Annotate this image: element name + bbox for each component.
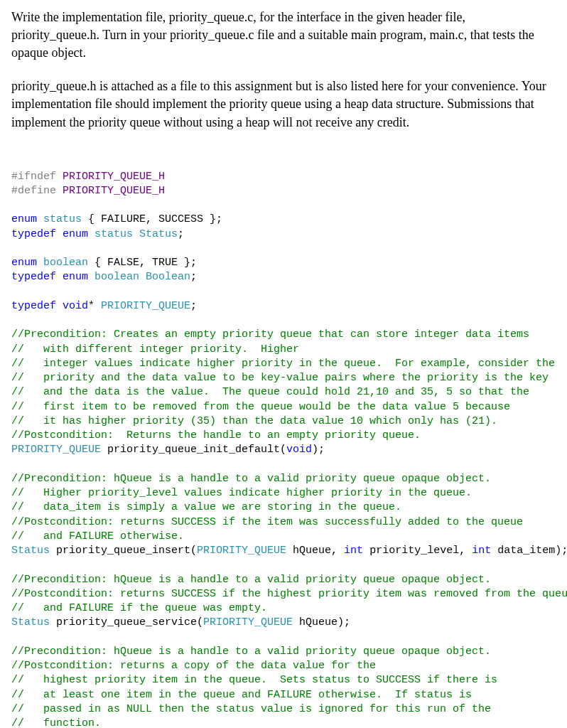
fn-init-name: priority_queue_init_default(	[101, 444, 286, 456]
comment-insert-5: // and FAILURE otherwise.	[11, 530, 184, 542]
param-type-pq: PRIORITY_QUEUE	[197, 545, 286, 557]
enum-boolean-body: { FALSE, TRUE };	[88, 257, 197, 269]
comment-front-5: // passed in as NULL then the status val…	[11, 703, 491, 715]
assignment-prose: Write the implementation file, priority_…	[11, 9, 556, 132]
preproc-ifndef: #ifndef	[11, 171, 56, 183]
comment-front-4: // at least one item in the queue and FA…	[11, 689, 472, 701]
prose-paragraph-1: Write the implementation file, priority_…	[11, 9, 556, 63]
keyword-enum: enum	[63, 228, 88, 240]
return-type-Status: Status	[11, 545, 50, 557]
return-type-pq: PRIORITY_QUEUE	[11, 444, 101, 456]
comment-insert-1: //Precondition: hQueue is a handle to a …	[11, 473, 491, 485]
comment-insert-4: //Postcondition: returns SUCCESS if the …	[11, 516, 523, 528]
fn-insert-end: data_item);	[491, 545, 567, 557]
keyword-int: int	[344, 545, 363, 557]
param-type-pq: PRIORITY_QUEUE	[203, 616, 293, 628]
header-code-listing: #ifndef PRIORITY_QUEUE_H #define PRIORIT…	[11, 170, 556, 728]
keyword-int: int	[472, 545, 491, 557]
comment-insert-2: // Higher priority_level values indicate…	[11, 487, 472, 499]
type-Status: Status	[139, 228, 178, 240]
comment-front-3: // highest priority item in the queue. S…	[11, 674, 497, 686]
comment-init-5: // and the data is the value. The queue …	[11, 386, 529, 398]
comment-insert-3: // data_item is simply a value we are st…	[11, 501, 401, 513]
return-type-Status: Status	[11, 616, 50, 628]
keyword-typedef: typedef	[11, 300, 56, 312]
enum-boolean-name: boolean	[94, 271, 139, 283]
comment-init-8: //Postcondition: Returns the handle to a…	[11, 429, 421, 441]
keyword-void: void	[286, 444, 312, 456]
guard-macro: PRIORITY_QUEUE_H	[63, 185, 165, 197]
fn-service-end: hQueue);	[293, 616, 350, 628]
comment-init-7: // it has higher priority (35) than the …	[11, 415, 497, 427]
keyword-void: void	[63, 300, 88, 312]
comment-init-2: // with different integer priority. High…	[11, 343, 299, 355]
comment-init-1: //Precondition: Creates an empty priorit…	[11, 328, 529, 341]
enum-boolean-name: boolean	[43, 257, 88, 269]
prose-paragraph-2: priority_queue.h is attached as a file t…	[11, 77, 556, 132]
comment-service-2: //Postcondition: returns SUCCESS if the …	[11, 588, 567, 600]
semicolon: ;	[190, 300, 197, 312]
guard-macro: PRIORITY_QUEUE_H	[63, 171, 165, 183]
comment-front-1: //Precondition: hQueue is a handle to a …	[11, 646, 491, 658]
keyword-typedef: typedef	[11, 271, 56, 283]
comment-init-4: // priority and the data value to be key…	[11, 372, 549, 384]
semicolon: ;	[190, 271, 197, 283]
type-priority-queue: PRIORITY_QUEUE	[101, 300, 190, 312]
comment-front-6: // function.	[11, 717, 101, 728]
comment-service-3: // and FAILURE if the queue was empty.	[11, 602, 267, 614]
fn-service-name: priority_queue_service(	[50, 616, 203, 628]
fn-insert-name: priority_queue_insert(	[50, 545, 197, 557]
keyword-enum: enum	[11, 213, 37, 225]
pointer-star: *	[88, 300, 101, 312]
type-Boolean: Boolean	[146, 271, 190, 283]
comment-init-3: // integer values indicate higher priori…	[11, 358, 555, 370]
comment-service-1: //Precondition: hQueue is a handle to a …	[11, 574, 491, 586]
keyword-typedef: typedef	[11, 228, 56, 240]
keyword-enum: enum	[11, 257, 37, 269]
fn-insert-mid1: hQueue,	[286, 545, 344, 557]
preproc-define: #define	[11, 185, 56, 197]
enum-status-name: status	[43, 213, 82, 225]
comment-init-6: // first item to be removed from the que…	[11, 401, 510, 413]
enum-status-name: status	[94, 228, 133, 240]
semicolon: ;	[178, 228, 184, 240]
comment-front-2: //Postcondition: returns a copy of the d…	[11, 660, 376, 672]
fn-insert-mid2: priority_level,	[363, 545, 472, 557]
fn-init-end: );	[312, 444, 325, 456]
enum-status-body: { FAILURE, SUCCESS };	[82, 213, 222, 225]
keyword-enum: enum	[63, 271, 88, 283]
